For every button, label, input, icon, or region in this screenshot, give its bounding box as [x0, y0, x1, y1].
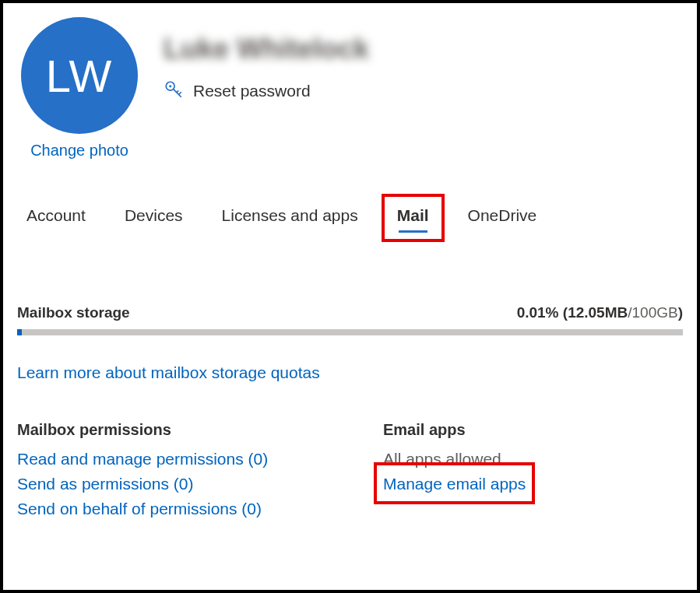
avatar: LW [21, 17, 138, 134]
storage-progress-bar [17, 329, 683, 335]
tab-licenses[interactable]: Licenses and apps [219, 202, 361, 233]
mailbox-permissions-title: Mailbox permissions [17, 421, 368, 439]
user-display-name: Luke Whitelock [164, 33, 369, 65]
tab-mail[interactable]: Mail [394, 202, 432, 233]
tab-devices[interactable]: Devices [121, 202, 186, 233]
mailbox-storage-title: Mailbox storage [17, 304, 130, 321]
read-manage-permissions-link[interactable]: Read and manage permissions (0) [17, 450, 268, 468]
tab-onedrive[interactable]: OneDrive [465, 202, 540, 233]
manage-email-apps-link[interactable]: Manage email apps [383, 475, 526, 493]
mailbox-storage-value: 0.01% (12.05MB/100GB) [517, 304, 683, 321]
storage-progress-fill [17, 329, 22, 335]
tab-bar: Account Devices Licenses and apps Mail O… [17, 202, 683, 233]
svg-point-1 [169, 85, 171, 87]
avatar-initials: LW [46, 50, 114, 102]
key-icon [164, 79, 184, 103]
tab-account[interactable]: Account [23, 202, 89, 233]
send-on-behalf-permissions-link[interactable]: Send on behalf of permissions (0) [17, 500, 262, 518]
reset-password-button[interactable]: Reset password [164, 79, 369, 103]
send-as-permissions-link[interactable]: Send as permissions (0) [17, 475, 193, 493]
reset-password-label: Reset password [193, 82, 311, 100]
learn-more-storage-link[interactable]: Learn more about mailbox storage quotas [17, 363, 320, 382]
email-apps-title: Email apps [383, 421, 700, 439]
email-apps-status: All apps allowed [383, 450, 700, 468]
change-photo-link[interactable]: Change photo [30, 142, 128, 160]
